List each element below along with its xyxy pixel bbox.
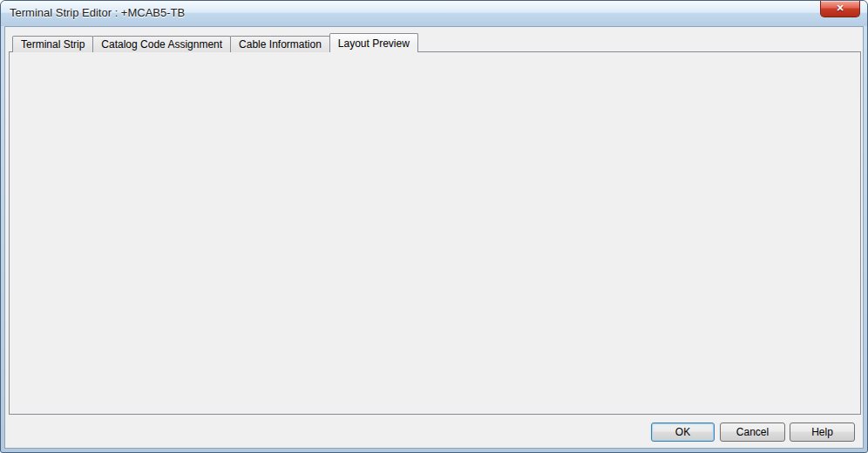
title-bar: Terminal Strip Editor : +MCAB5-TB ✕ — [1, 1, 867, 26]
tab-strip: Terminal StripCatalog Code AssignmentCab… — [12, 33, 417, 52]
dialog-body: Terminal StripCatalog Code AssignmentCab… — [4, 26, 864, 449]
window-title: Terminal Strip Editor : +MCAB5-TB — [10, 1, 185, 25]
tab-cable-information[interactable]: Cable Information — [230, 36, 330, 52]
terminal-strip-editor-dialog: Terminal Strip Editor : +MCAB5-TB ✕ Term… — [0, 0, 868, 453]
tab-label: Terminal Strip — [21, 38, 85, 51]
tab-layout-preview[interactable]: Layout Preview — [329, 33, 418, 52]
close-button[interactable]: ✕ — [820, 1, 860, 17]
tab-label: Layout Preview — [338, 37, 410, 50]
tab-label: Cable Information — [239, 38, 322, 51]
tab-terminal-strip[interactable]: Terminal Strip — [12, 36, 93, 52]
cancel-button[interactable]: Cancel — [720, 423, 785, 442]
ok-button[interactable]: OK — [651, 423, 715, 442]
tab-catalog-code-assignment[interactable]: Catalog Code Assignment — [92, 36, 231, 52]
layout-preview-tab-page — [9, 51, 861, 415]
help-button[interactable]: Help — [790, 423, 855, 442]
close-icon: ✕ — [836, 3, 844, 13]
tab-label: Catalog Code Assignment — [101, 38, 222, 51]
